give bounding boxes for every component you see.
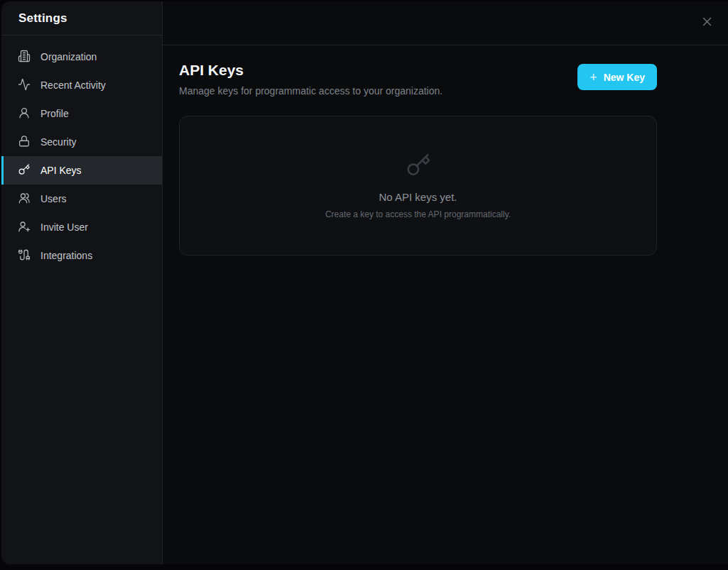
- key-icon: [405, 152, 432, 191]
- lock-icon: [18, 135, 31, 150]
- sidebar-item-label: Users: [40, 193, 67, 204]
- settings-dialog: Settings Organization: [1, 1, 728, 564]
- sidebar-item-recent-activity[interactable]: Recent Activity: [1, 71, 162, 99]
- activity-icon: [18, 78, 31, 93]
- sidebar-item-profile[interactable]: Profile: [1, 99, 162, 128]
- sidebar-item-label: Recent Activity: [40, 80, 106, 91]
- building-icon: [18, 50, 31, 65]
- api-keys-empty-state: No API keys yet. Create a key to access …: [179, 116, 657, 256]
- sidebar-item-label: Profile: [40, 108, 69, 119]
- sidebar-nav: Organization Recent Activity Profil: [1, 35, 162, 270]
- user-icon: [18, 106, 31, 121]
- page-title: API Keys: [179, 62, 442, 79]
- settings-sidebar: Settings Organization: [1, 1, 163, 564]
- sidebar-item-label: Organization: [40, 51, 97, 62]
- new-key-button-label: New Key: [604, 72, 645, 83]
- sidebar-item-label: Security: [40, 136, 77, 148]
- sidebar-item-label: API Keys: [40, 165, 82, 176]
- cable-icon: [18, 248, 31, 263]
- users-icon: [18, 192, 31, 207]
- new-key-button[interactable]: + New Key: [577, 64, 657, 90]
- close-icon: [701, 16, 713, 30]
- empty-state-description: Create a key to access the API programma…: [325, 209, 511, 219]
- sidebar-item-users[interactable]: Users: [1, 185, 162, 213]
- close-button[interactable]: [700, 16, 713, 29]
- content-header: [163, 1, 728, 45]
- sidebar-item-label: Integrations: [40, 250, 92, 261]
- page-head-row: API Keys Manage keys for programmatic ac…: [179, 62, 657, 97]
- sidebar-item-integrations[interactable]: Integrations: [1, 241, 162, 270]
- sidebar-title: Settings: [1, 1, 162, 35]
- sidebar-item-invite-user[interactable]: Invite User: [1, 213, 162, 241]
- sidebar-item-label: Invite User: [40, 221, 88, 233]
- page-head-text: API Keys Manage keys for programmatic ac…: [179, 62, 442, 97]
- api-keys-panel: API Keys Manage keys for programmatic ac…: [179, 62, 657, 256]
- content-body: API Keys Manage keys for programmatic ac…: [163, 45, 728, 256]
- sidebar-item-security[interactable]: Security: [1, 128, 162, 156]
- user-plus-icon: [18, 220, 31, 235]
- settings-content: API Keys Manage keys for programmatic ac…: [163, 1, 728, 564]
- sidebar-item-api-keys[interactable]: API Keys: [1, 156, 162, 185]
- sidebar-item-organization[interactable]: Organization: [1, 43, 162, 71]
- empty-state-title: No API keys yet.: [379, 191, 457, 203]
- page-subtitle: Manage keys for programmatic access to y…: [179, 85, 442, 97]
- key-icon: [18, 163, 31, 178]
- plus-icon: +: [590, 71, 597, 84]
